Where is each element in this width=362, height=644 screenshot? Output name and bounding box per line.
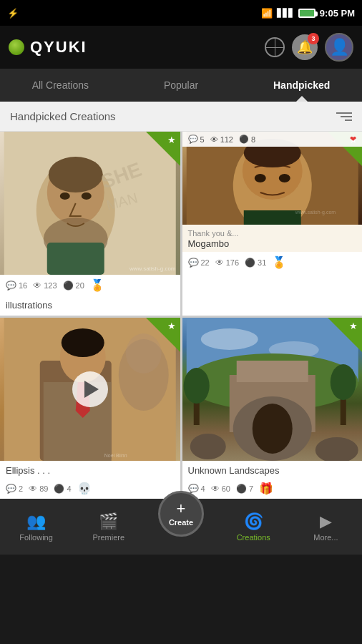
globe-icon[interactable] — [265, 37, 285, 57]
nav-premiere[interactable]: 🎬 Premiere — [72, 499, 145, 555]
view-count-1: 👁 123 — [33, 280, 57, 291]
card-2-info: Thank you &... Mogambo — [182, 225, 363, 252]
like-count-4: ⚫ 7 — [236, 484, 253, 494]
like-count-2: ⚫ 31 — [245, 258, 266, 268]
gift-icon: 🎁 — [259, 482, 273, 495]
card-landscapes[interactable]: Unknown Landscapes 💬 4 👁 60 ⚫ 7 🎁 — [182, 318, 363, 499]
card-mogambo[interactable]: 💬 5 👁 112 ⚫ 8 ❤ — [182, 132, 363, 316]
svg-point-33 — [252, 404, 292, 454]
comment-icon-2: 💬 — [188, 258, 199, 268]
card-3-meta: 💬 2 👁 89 ⚫ 4 💀 — [0, 478, 180, 499]
svg-rect-16 — [243, 210, 300, 225]
card-3-title: Ellipsis . . . — [6, 465, 50, 476]
card-mogambo-image: 💬 5 👁 112 ⚫ 8 ❤ — [182, 132, 363, 225]
comment-icon-3: 💬 — [6, 484, 16, 494]
card-2-meta: 💬 22 👁 176 ⚫ 31 🏅 — [182, 252, 363, 273]
wifi-icon: 📶 — [261, 8, 273, 19]
skull-icon: 💀 — [77, 482, 92, 495]
notification-button[interactable]: 🔔 3 — [292, 34, 318, 60]
top-eye-icon: 👁 — [210, 135, 218, 144]
star-badge-4 — [328, 318, 362, 352]
time-display: 9:05 PM — [320, 8, 355, 19]
following-icon: 👥 — [26, 512, 46, 531]
card-landscapes-image — [182, 318, 363, 461]
circle-icon-4: ⚫ — [236, 484, 247, 494]
app-header: QYUKI 🔔 3 👤 — [0, 26, 362, 69]
tab-handpicked[interactable]: Handpicked — [241, 69, 362, 102]
star-badge-3 — [146, 318, 180, 352]
create-label: Create — [169, 518, 193, 527]
eye-icon-3: 👁 — [29, 484, 37, 494]
filter-bar: Handpicked Creations — [0, 102, 362, 132]
circle-icon-3: ⚫ — [54, 484, 64, 494]
content-grid: SHE MAN www.satish-g.com 💬 16 👁 123 ⚫ 20… — [0, 132, 362, 499]
svg-rect-31 — [236, 361, 308, 382]
top-comment-icon: 💬 — [188, 135, 198, 144]
watermark-1: www.satish-g.com — [129, 265, 175, 272]
heart-button[interactable]: ❤ — [350, 135, 356, 144]
svg-point-37 — [183, 368, 209, 404]
top-comment-count: 💬 5 — [188, 135, 205, 144]
tab-all-creations[interactable]: All Creations — [0, 69, 121, 102]
svg-point-27 — [200, 328, 258, 350]
card-4-title: Unknown Landscapes — [188, 465, 280, 476]
card-1-meta: 💬 16 👁 123 ⚫ 20 🏅 — [0, 275, 180, 296]
card-2-subtitle: Thank you &... — [188, 229, 357, 238]
status-left: ⚡ — [7, 8, 19, 19]
top-like-count: ⚫ 8 — [239, 135, 255, 144]
play-triangle — [84, 381, 99, 398]
status-bar: ⚡ 📶 ▋▋▋ 9:05 PM — [0, 0, 362, 26]
comment-icon-1: 💬 — [6, 280, 16, 291]
battery-icon — [298, 9, 315, 18]
signal-icon: ▋▋▋ — [277, 9, 294, 18]
card-illustrations[interactable]: SHE MAN www.satish-g.com 💬 16 👁 123 ⚫ 20… — [0, 132, 180, 316]
card-ellipsis[interactable]: Noel Blinn Ellipsis . . . 💬 2 👁 89 ⚫ 4 — [0, 318, 180, 499]
card-1-title: illustrations — [6, 300, 52, 311]
top-view-count: 👁 112 — [210, 135, 233, 144]
more-icon: ▶ — [320, 512, 332, 531]
award-icon-1: 🏅 — [90, 278, 104, 292]
bottom-nav: 👥 Following 🎬 Premiere + Create 🌀 Creati… — [0, 499, 362, 555]
app-name: QYUKI — [30, 38, 87, 57]
eye-icon-4: 👁 — [211, 484, 220, 494]
tab-popular[interactable]: Popular — [121, 69, 242, 102]
card-4-title-area: Unknown Landscapes — [182, 461, 363, 478]
creations-icon: 🌀 — [244, 512, 263, 531]
nav-following[interactable]: 👥 Following — [0, 499, 72, 555]
like-count-3: ⚫ 4 — [54, 484, 71, 494]
following-label: Following — [19, 533, 52, 542]
view-count-3: 👁 89 — [29, 484, 48, 494]
svg-point-39 — [330, 364, 356, 400]
status-right: 📶 ▋▋▋ 9:05 PM — [261, 8, 355, 19]
eye-icon-2: 👁 — [215, 258, 224, 268]
svg-text:www.satish-g.com: www.satish-g.com — [294, 210, 336, 215]
tab-bar: All Creations Popular Handpicked — [0, 69, 362, 102]
filter-title: Handpicked Creations — [10, 110, 116, 122]
svg-point-5 — [60, 192, 70, 200]
avatar[interactable]: 👤 — [325, 33, 353, 62]
card-3-title-area: Ellipsis . . . — [0, 461, 180, 478]
play-button[interactable] — [72, 371, 108, 407]
star-badge-1 — [146, 132, 180, 166]
comment-count-4: 💬 4 — [188, 484, 205, 494]
svg-point-35 — [315, 437, 358, 461]
filter-line-3 — [345, 119, 352, 121]
card-1-title-area: illustrations — [0, 296, 180, 316]
create-button[interactable]: + Create — [158, 491, 204, 537]
creations-label: Creations — [237, 533, 270, 542]
svg-point-3 — [49, 157, 103, 192]
view-count-4: 👁 60 — [211, 484, 230, 494]
comment-count-2: 💬 22 — [188, 258, 210, 268]
svg-text:Noel Blinn: Noel Blinn — [104, 453, 127, 458]
comment-count-1: 💬 16 — [6, 280, 27, 291]
top-circle-icon: ⚫ — [239, 135, 249, 144]
nav-more[interactable]: ▶ More... — [290, 499, 362, 555]
create-plus-icon: + — [177, 501, 186, 517]
card-2-title: Mogambo — [188, 238, 357, 249]
nav-creations[interactable]: 🌀 Creations — [217, 499, 290, 555]
create-container: + Create — [145, 505, 217, 537]
svg-point-6 — [82, 192, 92, 200]
logo-area: QYUKI — [9, 38, 87, 57]
filter-icon[interactable] — [336, 112, 352, 121]
notif-badge: 3 — [308, 33, 319, 44]
